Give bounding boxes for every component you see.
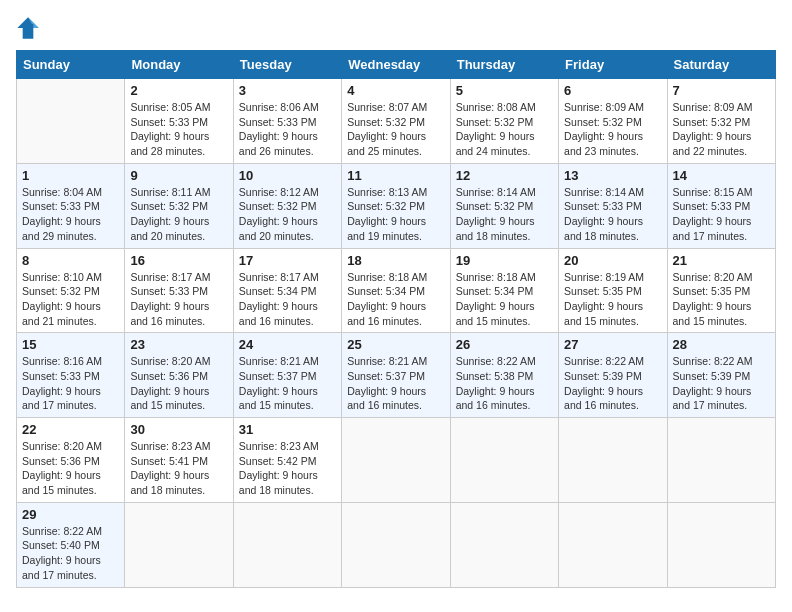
daylight-hours: Daylight: 9 hours and 16 minutes. xyxy=(564,384,661,413)
day-info: Sunrise: 8:20 AMSunset: 5:36 PMDaylight:… xyxy=(130,354,227,413)
day-number: 1 xyxy=(22,168,119,183)
day-of-week-header: Saturday xyxy=(667,51,775,79)
day-info: Sunrise: 8:12 AMSunset: 5:32 PMDaylight:… xyxy=(239,185,336,244)
calendar-day-cell: 12Sunrise: 8:14 AMSunset: 5:32 PMDayligh… xyxy=(450,163,558,248)
sunset-time: Sunset: 5:33 PM xyxy=(22,199,119,214)
day-number: 12 xyxy=(456,168,553,183)
sunset-time: Sunset: 5:41 PM xyxy=(130,454,227,469)
calendar-day-cell: 1Sunrise: 8:04 AMSunset: 5:33 PMDaylight… xyxy=(17,163,125,248)
day-info: Sunrise: 8:04 AMSunset: 5:33 PMDaylight:… xyxy=(22,185,119,244)
calendar-week-row: 2Sunrise: 8:05 AMSunset: 5:33 PMDaylight… xyxy=(17,79,776,164)
sunrise-time: Sunrise: 8:21 AM xyxy=(239,354,336,369)
sunrise-time: Sunrise: 8:22 AM xyxy=(564,354,661,369)
sunrise-time: Sunrise: 8:12 AM xyxy=(239,185,336,200)
calendar-day-cell: 17Sunrise: 8:17 AMSunset: 5:34 PMDayligh… xyxy=(233,248,341,333)
day-info: Sunrise: 8:14 AMSunset: 5:32 PMDaylight:… xyxy=(456,185,553,244)
sunset-time: Sunset: 5:38 PM xyxy=(456,369,553,384)
calendar-week-row: 22Sunrise: 8:20 AMSunset: 5:36 PMDayligh… xyxy=(17,418,776,503)
sunset-time: Sunset: 5:32 PM xyxy=(456,115,553,130)
day-number: 4 xyxy=(347,83,444,98)
calendar-day-cell: 2Sunrise: 8:05 AMSunset: 5:33 PMDaylight… xyxy=(125,79,233,164)
calendar-day-cell xyxy=(559,418,667,503)
sunset-time: Sunset: 5:32 PM xyxy=(564,115,661,130)
day-number: 14 xyxy=(673,168,770,183)
calendar-day-cell: 20Sunrise: 8:19 AMSunset: 5:35 PMDayligh… xyxy=(559,248,667,333)
sunrise-time: Sunrise: 8:10 AM xyxy=(22,270,119,285)
calendar-day-cell: 3Sunrise: 8:06 AMSunset: 5:33 PMDaylight… xyxy=(233,79,341,164)
daylight-hours: Daylight: 9 hours and 24 minutes. xyxy=(456,129,553,158)
day-info: Sunrise: 8:17 AMSunset: 5:33 PMDaylight:… xyxy=(130,270,227,329)
calendar-day-cell xyxy=(17,79,125,164)
sunrise-time: Sunrise: 8:13 AM xyxy=(347,185,444,200)
sunrise-time: Sunrise: 8:14 AM xyxy=(456,185,553,200)
calendar-day-cell: 10Sunrise: 8:12 AMSunset: 5:32 PMDayligh… xyxy=(233,163,341,248)
sunset-time: Sunset: 5:32 PM xyxy=(456,199,553,214)
day-number: 26 xyxy=(456,337,553,352)
day-number: 6 xyxy=(564,83,661,98)
sunrise-time: Sunrise: 8:15 AM xyxy=(673,185,770,200)
day-info: Sunrise: 8:18 AMSunset: 5:34 PMDaylight:… xyxy=(456,270,553,329)
day-number: 19 xyxy=(456,253,553,268)
daylight-hours: Daylight: 9 hours and 26 minutes. xyxy=(239,129,336,158)
calendar-week-row: 8Sunrise: 8:10 AMSunset: 5:32 PMDaylight… xyxy=(17,248,776,333)
day-number: 29 xyxy=(22,507,119,522)
calendar-day-cell: 14Sunrise: 8:15 AMSunset: 5:33 PMDayligh… xyxy=(667,163,775,248)
day-info: Sunrise: 8:20 AMSunset: 5:36 PMDaylight:… xyxy=(22,439,119,498)
day-info: Sunrise: 8:23 AMSunset: 5:42 PMDaylight:… xyxy=(239,439,336,498)
sunset-time: Sunset: 5:32 PM xyxy=(347,115,444,130)
sunset-time: Sunset: 5:33 PM xyxy=(673,199,770,214)
sunset-time: Sunset: 5:34 PM xyxy=(239,284,336,299)
daylight-hours: Daylight: 9 hours and 15 minutes. xyxy=(673,299,770,328)
daylight-hours: Daylight: 9 hours and 15 minutes. xyxy=(239,384,336,413)
calendar-day-cell: 18Sunrise: 8:18 AMSunset: 5:34 PMDayligh… xyxy=(342,248,450,333)
calendar-week-row: 1Sunrise: 8:04 AMSunset: 5:33 PMDaylight… xyxy=(17,163,776,248)
sunset-time: Sunset: 5:32 PM xyxy=(673,115,770,130)
sunset-time: Sunset: 5:33 PM xyxy=(239,115,336,130)
sunrise-time: Sunrise: 8:22 AM xyxy=(673,354,770,369)
day-info: Sunrise: 8:21 AMSunset: 5:37 PMDaylight:… xyxy=(347,354,444,413)
day-info: Sunrise: 8:22 AMSunset: 5:39 PMDaylight:… xyxy=(564,354,661,413)
logo-icon xyxy=(16,16,40,40)
calendar-day-cell: 21Sunrise: 8:20 AMSunset: 5:35 PMDayligh… xyxy=(667,248,775,333)
day-number: 2 xyxy=(130,83,227,98)
calendar-header-row: SundayMondayTuesdayWednesdayThursdayFrid… xyxy=(17,51,776,79)
day-number: 11 xyxy=(347,168,444,183)
sunset-time: Sunset: 5:42 PM xyxy=(239,454,336,469)
daylight-hours: Daylight: 9 hours and 29 minutes. xyxy=(22,214,119,243)
calendar-day-cell: 25Sunrise: 8:21 AMSunset: 5:37 PMDayligh… xyxy=(342,333,450,418)
day-of-week-header: Wednesday xyxy=(342,51,450,79)
day-number: 3 xyxy=(239,83,336,98)
sunrise-time: Sunrise: 8:22 AM xyxy=(456,354,553,369)
daylight-hours: Daylight: 9 hours and 16 minutes. xyxy=(130,299,227,328)
day-number: 31 xyxy=(239,422,336,437)
day-number: 5 xyxy=(456,83,553,98)
day-number: 28 xyxy=(673,337,770,352)
sunrise-time: Sunrise: 8:23 AM xyxy=(239,439,336,454)
day-of-week-header: Friday xyxy=(559,51,667,79)
sunset-time: Sunset: 5:34 PM xyxy=(347,284,444,299)
day-info: Sunrise: 8:19 AMSunset: 5:35 PMDaylight:… xyxy=(564,270,661,329)
calendar-day-cell: 27Sunrise: 8:22 AMSunset: 5:39 PMDayligh… xyxy=(559,333,667,418)
calendar-day-cell: 5Sunrise: 8:08 AMSunset: 5:32 PMDaylight… xyxy=(450,79,558,164)
daylight-hours: Daylight: 9 hours and 15 minutes. xyxy=(22,468,119,497)
calendar-day-cell xyxy=(342,418,450,503)
logo xyxy=(16,16,44,40)
sunset-time: Sunset: 5:37 PM xyxy=(239,369,336,384)
sunrise-time: Sunrise: 8:09 AM xyxy=(564,100,661,115)
sunrise-time: Sunrise: 8:09 AM xyxy=(673,100,770,115)
sunrise-time: Sunrise: 8:14 AM xyxy=(564,185,661,200)
day-info: Sunrise: 8:14 AMSunset: 5:33 PMDaylight:… xyxy=(564,185,661,244)
sunset-time: Sunset: 5:32 PM xyxy=(130,199,227,214)
sunset-time: Sunset: 5:34 PM xyxy=(456,284,553,299)
day-number: 10 xyxy=(239,168,336,183)
sunrise-time: Sunrise: 8:06 AM xyxy=(239,100,336,115)
calendar-day-cell xyxy=(559,502,667,587)
calendar-body: 2Sunrise: 8:05 AMSunset: 5:33 PMDaylight… xyxy=(17,79,776,588)
calendar-day-cell xyxy=(125,502,233,587)
calendar-day-cell xyxy=(667,502,775,587)
sunrise-time: Sunrise: 8:20 AM xyxy=(22,439,119,454)
day-number: 23 xyxy=(130,337,227,352)
day-info: Sunrise: 8:09 AMSunset: 5:32 PMDaylight:… xyxy=(564,100,661,159)
day-info: Sunrise: 8:07 AMSunset: 5:32 PMDaylight:… xyxy=(347,100,444,159)
day-info: Sunrise: 8:10 AMSunset: 5:32 PMDaylight:… xyxy=(22,270,119,329)
